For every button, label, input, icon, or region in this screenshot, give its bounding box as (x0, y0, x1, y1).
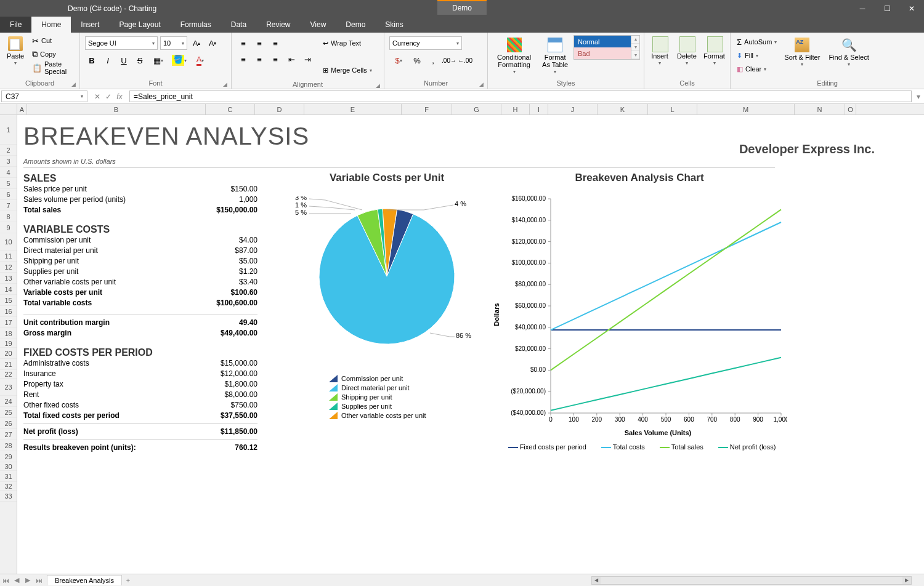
merge-cells-button[interactable]: ⊞Merge Cells▾ (320, 63, 375, 77)
formula-input[interactable]: =Sales_price_unit (129, 90, 912, 102)
tab-review[interactable]: Review (256, 17, 300, 33)
row-header-9[interactable]: 9 (0, 222, 17, 233)
row-header-12[interactable]: 12 (0, 262, 17, 273)
gallery-more[interactable]: ▾ (631, 51, 639, 59)
row-header-10[interactable]: 10 (0, 233, 17, 251)
col-header-M[interactable]: M (697, 104, 795, 114)
fill-button[interactable]: ⬇Fill▾ (734, 49, 779, 62)
row-header-6[interactable]: 6 (0, 189, 17, 200)
italic-button[interactable]: I (101, 54, 115, 67)
align-center-button[interactable]: ≡ (253, 52, 266, 66)
col-header-I[interactable]: I (530, 104, 548, 114)
number-launcher[interactable]: ◢ (479, 81, 484, 87)
row-header-17[interactable]: 17 (0, 317, 17, 328)
tab-nav-last[interactable]: ⏭ (33, 577, 44, 584)
row-header-30[interactable]: 30 (0, 462, 17, 471)
autosum-button[interactable]: ΣAutoSum▾ (734, 35, 779, 49)
fill-color-button[interactable]: 🪣▾ (170, 54, 188, 67)
cancel-formula-button[interactable]: ✕ (92, 92, 102, 101)
tab-insert[interactable]: Insert (71, 17, 109, 33)
find-select-button[interactable]: 🔍Find & Select▾ (825, 35, 872, 70)
tab-view[interactable]: View (301, 17, 336, 33)
row-header-26[interactable]: 26 (0, 418, 17, 429)
col-header-B[interactable]: B (27, 104, 206, 114)
row-header-28[interactable]: 28 (0, 440, 17, 451)
row-header-16[interactable]: 16 (0, 306, 17, 317)
col-header-J[interactable]: J (548, 104, 598, 114)
row-header-31[interactable]: 31 (0, 471, 17, 482)
tab-nav-prev[interactable]: ◀ (11, 576, 22, 584)
borders-button[interactable]: ▦▾ (149, 54, 168, 67)
horizontal-scrollbar[interactable]: ◀▶ (591, 576, 912, 585)
col-header-L[interactable]: L (648, 104, 697, 114)
gallery-up[interactable]: ▴ (631, 36, 639, 44)
style-bad[interactable]: Bad (574, 47, 631, 59)
row-header-11[interactable]: 11 (0, 251, 17, 262)
decrease-indent-button[interactable]: ⇤ (285, 52, 298, 66)
col-header-C[interactable]: C (206, 104, 255, 114)
row-header-27[interactable]: 27 (0, 429, 17, 440)
row-header-29[interactable]: 29 (0, 451, 17, 462)
enter-formula-button[interactable]: ✓ (103, 92, 113, 101)
font-color-button[interactable]: A▾ (191, 54, 209, 67)
comma-button[interactable]: , (426, 54, 440, 67)
font-size-select[interactable]: 10▾ (160, 36, 187, 50)
decrease-decimal-button[interactable]: ←.00 (458, 54, 472, 67)
row-header-18[interactable]: 18 (0, 328, 17, 339)
alignment-launcher[interactable]: ◢ (376, 82, 380, 89)
tab-home[interactable]: Home (31, 17, 71, 33)
clipboard-launcher[interactable]: ◢ (71, 81, 76, 87)
clear-button[interactable]: ◧Clear▾ (734, 62, 779, 76)
format-cells-button[interactable]: Format▾ (701, 34, 727, 68)
col-header-E[interactable]: E (304, 104, 402, 114)
col-header-G[interactable]: G (452, 104, 501, 114)
align-bottom-button[interactable]: ≡ (269, 36, 282, 50)
style-normal[interactable]: Normal (574, 36, 631, 47)
cut-button[interactable]: ✂Cut (30, 34, 77, 47)
align-left-button[interactable]: ≡ (237, 52, 250, 66)
row-header-13[interactable]: 13 (0, 273, 17, 284)
col-header-N[interactable]: N (795, 104, 845, 114)
wrap-text-button[interactable]: ↩Wrap Text (320, 36, 375, 50)
row-header-8[interactable]: 8 (0, 211, 17, 222)
insert-cells-button[interactable]: Insert▾ (647, 34, 673, 68)
row-header-14[interactable]: 14 (0, 284, 17, 295)
row-header-25[interactable]: 25 (0, 407, 17, 418)
tab-nav-first[interactable]: ⏮ (0, 577, 11, 584)
sheet-tab-active[interactable]: Breakeven Analysis (47, 575, 122, 585)
row-header-2[interactable]: 2 (0, 145, 17, 156)
paste-special-button[interactable]: 📋Paste Special (30, 61, 77, 74)
font-launcher[interactable]: ◢ (223, 81, 227, 87)
row-header-3[interactable]: 3 (0, 156, 17, 167)
name-box[interactable]: C37▾ (1, 90, 87, 102)
cell-styles-gallery[interactable]: Normal Bad (573, 35, 631, 60)
align-middle-button[interactable]: ≡ (253, 36, 266, 50)
align-top-button[interactable]: ≡ (237, 36, 250, 50)
col-header-D[interactable]: D (255, 104, 304, 114)
bold-button[interactable]: B (85, 54, 99, 67)
format-as-table-button[interactable]: Format As Table▾ (538, 35, 572, 77)
align-right-button[interactable]: ≡ (269, 52, 282, 66)
tab-page-layout[interactable]: Page Layout (109, 17, 170, 33)
quick-access-tab[interactable]: Demo (437, 0, 487, 15)
copy-button[interactable]: ⧉Copy (30, 47, 77, 61)
row-header-19[interactable]: 19 (0, 339, 17, 348)
maximize-button[interactable]: ☐ (875, 0, 899, 17)
percent-button[interactable]: % (410, 54, 424, 67)
col-header-H[interactable]: H (501, 104, 530, 114)
increase-indent-button[interactable]: ⇥ (301, 52, 314, 66)
row-header-33[interactable]: 33 (0, 491, 17, 502)
row-header-22[interactable]: 22 (0, 370, 17, 379)
sheet-grid[interactable]: BREAKEVEN ANALYSIS Developer Express Inc… (17, 115, 924, 576)
row-header-7[interactable]: 7 (0, 200, 17, 211)
expand-formula-bar[interactable]: ▾ (913, 89, 924, 103)
col-header-K[interactable]: K (598, 104, 648, 114)
grow-font-button[interactable]: A▴ (190, 36, 203, 50)
row-header-20[interactable]: 20 (0, 348, 17, 359)
currency-button[interactable]: $▾ (389, 54, 408, 67)
tab-formulas[interactable]: Formulas (171, 17, 221, 33)
tab-demo[interactable]: Demo (336, 17, 375, 33)
underline-button[interactable]: U (117, 54, 131, 67)
close-button[interactable]: ✕ (899, 0, 924, 17)
col-header-O[interactable]: O (845, 104, 856, 114)
